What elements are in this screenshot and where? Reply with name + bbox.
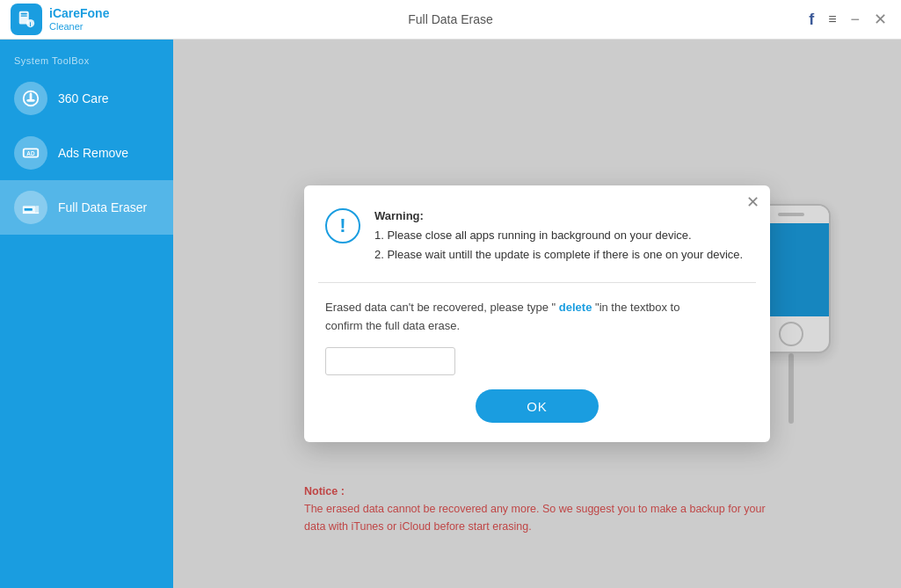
sidebar-item-label-adsremove: Ads Remove [58,146,128,160]
menu-icon[interactable]: ≡ [828,11,836,27]
app-title: iCareFone [49,7,109,20]
main-layout: System ToolBox 360 Care AD Ads Remove [0,40,901,588]
exclamation-mark: ! [339,216,345,236]
warning-dialog: ✕ ! Warning: 1. Please close all apps ru… [304,185,770,443]
window-title: Full Data Erase [408,12,492,26]
warning-line1: 1. Please close all apps running in back… [374,226,743,245]
close-button[interactable]: ✕ [874,11,887,27]
ad-icon: AD [21,143,40,163]
svg-marker-11 [36,206,40,213]
app-subtitle: Cleaner [49,21,109,32]
app-name-block: iCareFone Cleaner [49,7,109,31]
eraser-icon-bg [14,191,47,224]
confirm-delete-word: delete [559,301,592,314]
content-area: Notice : The erased data cannot be recov… [173,40,901,588]
dialog-close-button[interactable]: ✕ [746,194,759,210]
confirm-text2: "in the textbox to [592,301,679,314]
dialog-btn-row: OK [304,389,770,442]
confirm-input[interactable] [325,347,455,375]
warning-line2: 2. Please wait untill the update is comp… [374,245,743,265]
title-bar: i iCareFone Cleaner Full Data Erase f ≡ … [0,0,901,40]
360care-icon-bg [14,82,47,115]
dialog-input-row [304,344,770,389]
logo-icon: i [17,10,36,29]
sidebar-item-label-fulldataeraser: Full Data Eraser [58,200,147,214]
facebook-icon[interactable]: f [809,11,814,29]
warning-title: Warning: [374,207,743,226]
sidebar-section-label: System ToolBox [0,48,173,71]
svg-text:i: i [30,20,32,28]
sidebar: System ToolBox 360 Care AD Ads Remove [0,40,173,588]
dialog-overlay: ✕ ! Warning: 1. Please close all apps ru… [173,40,901,588]
warning-icon: ! [325,208,360,243]
adsremove-icon-bg: AD [14,136,47,170]
svg-rect-13 [25,208,33,211]
sidebar-item-fulldataeraser[interactable]: Full Data Eraser [0,180,173,235]
warning-text-block: Warning: 1. Please close all apps runnin… [374,207,743,265]
dialog-confirm-section: Erased data can't be recovered, please t… [304,283,770,345]
wrench-icon [21,89,40,108]
svg-rect-7 [26,99,34,102]
dialog-warning-section: ! Warning: 1. Please close all apps runn… [304,185,770,282]
confirm-text3: confirm the full data erase. [325,319,460,332]
confirm-text1: Erased data can't be recovered, please t… [325,301,559,314]
app-brand: i iCareFone Cleaner [0,4,109,35]
svg-rect-1 [21,13,27,15]
app-logo: i [11,4,42,35]
window-controls: f ≡ − ✕ [809,11,901,29]
sidebar-item-360care[interactable]: 360 Care [0,71,173,126]
minimize-button[interactable]: − [850,11,860,27]
ok-button[interactable]: OK [476,389,599,423]
svg-rect-2 [21,15,27,16]
sidebar-item-adsremove[interactable]: AD Ads Remove [0,126,173,180]
svg-text:AD: AD [26,150,35,156]
sidebar-item-label-360care: 360 Care [58,91,109,105]
eraser-icon [21,198,40,217]
